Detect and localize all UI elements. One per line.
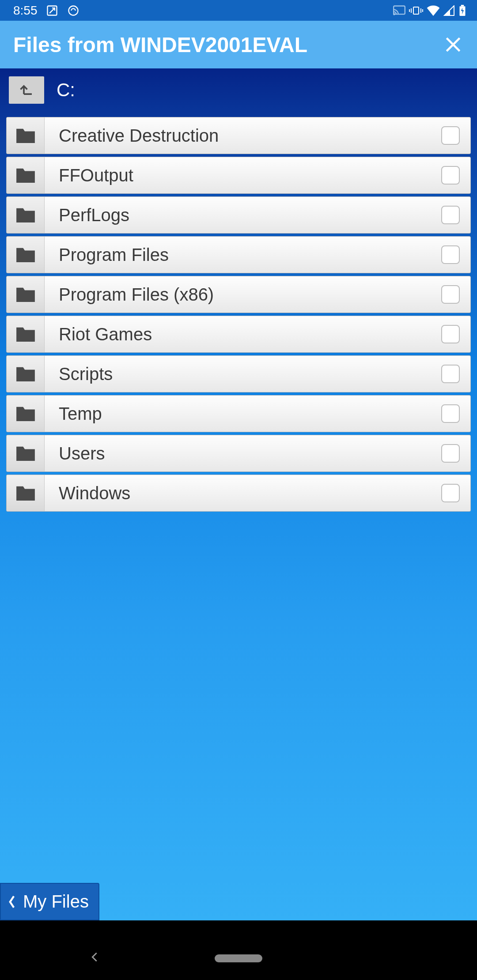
wifi-icon xyxy=(427,5,440,16)
content-area: C: Creative Destruction FFOutput PerfLog… xyxy=(0,68,477,920)
folder-row[interactable]: Program Files xyxy=(6,236,471,273)
folder-icon xyxy=(7,237,45,273)
battery-icon xyxy=(458,5,466,16)
folder-checkbox[interactable] xyxy=(431,435,470,471)
notification-icon-2 xyxy=(67,4,80,17)
folder-row[interactable]: Program Files (x86) xyxy=(6,276,471,313)
folder-name-label: Program Files xyxy=(45,237,431,273)
folder-checkbox[interactable] xyxy=(431,316,470,352)
my-files-label: My Files xyxy=(23,892,89,912)
folder-name-label: Users xyxy=(45,435,431,471)
close-button[interactable] xyxy=(443,34,464,55)
folder-row[interactable]: Windows xyxy=(6,475,471,512)
folder-icon xyxy=(7,316,45,352)
status-left: 8:55 xyxy=(13,4,80,18)
folder-name-label: Creative Destruction xyxy=(45,117,431,154)
svg-rect-6 xyxy=(409,9,410,12)
my-files-button[interactable]: My Files xyxy=(0,883,99,920)
folder-name-label: FFOutput xyxy=(45,157,431,193)
folder-checkbox[interactable] xyxy=(431,356,470,392)
folder-icon xyxy=(7,475,45,511)
up-button[interactable] xyxy=(9,76,44,104)
folder-checkbox[interactable] xyxy=(431,276,470,313)
navigation-bar xyxy=(0,920,477,980)
folder-checkbox[interactable] xyxy=(431,237,470,273)
folder-name-label: Windows xyxy=(45,475,431,511)
folder-icon xyxy=(7,396,45,432)
folder-checkbox[interactable] xyxy=(431,396,470,432)
vibrate-icon xyxy=(409,5,423,16)
status-right xyxy=(393,5,466,16)
svg-point-1 xyxy=(68,6,78,15)
svg-rect-4 xyxy=(413,7,419,14)
folder-row[interactable]: Riot Games xyxy=(6,316,471,353)
nav-home-pill[interactable] xyxy=(215,954,262,962)
page-title: Files from WINDEV2001EVAL xyxy=(13,33,307,57)
folder-icon xyxy=(7,356,45,392)
folder-list: Creative Destruction FFOutput PerfLogs P… xyxy=(6,117,471,512)
status-bar: 8:55 xyxy=(0,0,477,21)
folder-name-label: PerfLogs xyxy=(45,197,431,233)
folder-icon xyxy=(7,197,45,233)
folder-row[interactable]: Users xyxy=(6,435,471,472)
folder-checkbox[interactable] xyxy=(431,197,470,233)
folder-checkbox[interactable] xyxy=(431,475,470,511)
folder-row[interactable]: PerfLogs xyxy=(6,196,471,234)
folder-row[interactable]: Creative Destruction xyxy=(6,117,471,154)
svg-point-3 xyxy=(394,14,394,15)
folder-row[interactable]: Scripts xyxy=(6,355,471,392)
folder-checkbox[interactable] xyxy=(431,117,470,154)
svg-rect-8 xyxy=(422,9,423,12)
status-time: 8:55 xyxy=(13,4,38,18)
signal-icon xyxy=(443,5,455,16)
notification-icon-1 xyxy=(45,4,59,17)
breadcrumb-label: C: xyxy=(57,79,75,101)
app-header: Files from WINDEV2001EVAL xyxy=(0,21,477,68)
folder-name-label: Temp xyxy=(45,396,431,432)
folder-name-label: Program Files (x86) xyxy=(45,276,431,313)
nav-back-button[interactable] xyxy=(88,951,101,963)
chevron-left-icon xyxy=(7,894,17,909)
svg-rect-5 xyxy=(411,8,412,13)
folder-icon xyxy=(7,157,45,193)
folder-name-label: Scripts xyxy=(45,356,431,392)
folder-checkbox[interactable] xyxy=(431,157,470,193)
folder-row[interactable]: Temp xyxy=(6,395,471,432)
folder-icon xyxy=(7,117,45,154)
folder-row[interactable]: FFOutput xyxy=(6,157,471,194)
svg-rect-7 xyxy=(420,8,421,13)
cast-icon xyxy=(393,5,405,16)
folder-icon xyxy=(7,435,45,471)
breadcrumb: C: xyxy=(6,76,471,104)
folder-name-label: Riot Games xyxy=(45,316,431,352)
folder-icon xyxy=(7,276,45,313)
svg-rect-10 xyxy=(461,5,464,6)
